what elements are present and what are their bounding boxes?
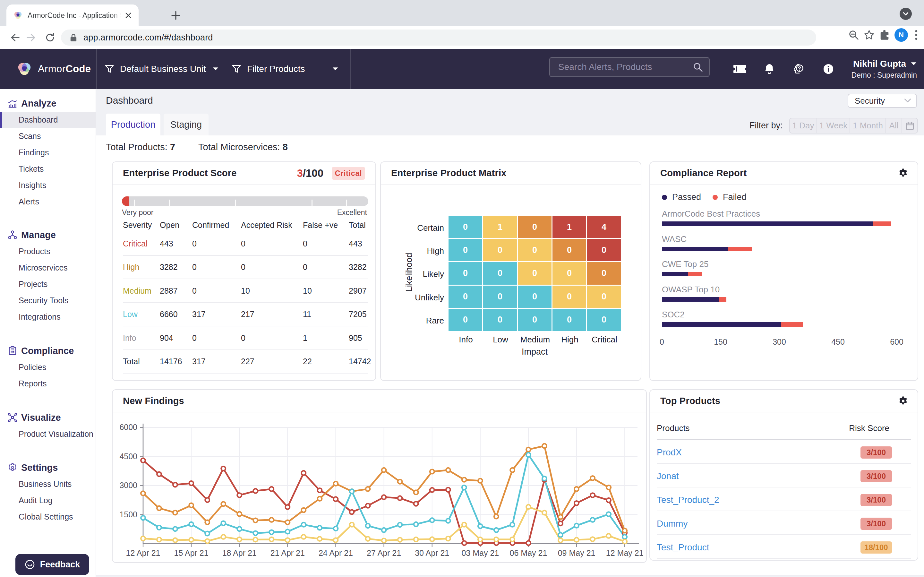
passed-bar[interactable] [662, 322, 781, 327]
data-point[interactable] [558, 538, 563, 543]
data-point[interactable] [494, 528, 499, 532]
data-point[interactable] [558, 515, 563, 519]
matrix-cell[interactable]: 0 [483, 285, 517, 308]
data-point[interactable] [590, 476, 595, 480]
data-point[interactable] [221, 535, 225, 539]
data-point[interactable] [269, 530, 274, 535]
data-point[interactable] [574, 501, 579, 505]
matrix-cell[interactable]: 0 [552, 285, 586, 308]
data-point[interactable] [269, 487, 274, 491]
data-point[interactable] [334, 526, 338, 531]
matrix-cell[interactable]: 0 [483, 239, 517, 261]
data-point[interactable] [510, 468, 515, 472]
data-point[interactable] [558, 533, 563, 537]
data-point[interactable] [221, 466, 225, 471]
matrix-cell[interactable]: 0 [483, 309, 517, 331]
forward-icon[interactable] [23, 29, 41, 47]
data-point[interactable] [526, 453, 531, 457]
sidebar-item-microservices[interactable]: Microservices [0, 259, 96, 276]
data-point[interactable] [318, 525, 322, 530]
data-point[interactable] [173, 538, 177, 542]
reload-icon[interactable] [41, 29, 59, 47]
data-point[interactable] [157, 472, 161, 477]
data-point[interactable] [606, 533, 611, 538]
passed-bar[interactable] [662, 247, 728, 251]
sidebar-item-integrations[interactable]: Integrations [0, 309, 96, 325]
data-point[interactable] [590, 517, 595, 522]
data-point[interactable] [398, 523, 402, 527]
data-point[interactable] [141, 491, 145, 495]
filter-products-select[interactable]: Filter Products [232, 49, 338, 89]
calendar-icon[interactable] [901, 118, 917, 133]
data-point[interactable] [398, 479, 402, 484]
failed-bar[interactable] [728, 247, 752, 251]
sidebar-item-product-visualization[interactable]: Product Visualization [0, 426, 96, 442]
sidebar-item-policies[interactable]: Policies [0, 359, 96, 376]
zoom-icon[interactable] [848, 29, 859, 40]
data-point[interactable] [574, 524, 579, 528]
passed-bar[interactable] [662, 297, 719, 301]
data-point[interactable] [446, 468, 451, 472]
matrix-cell[interactable]: 0 [587, 239, 621, 261]
sidebar-item-global-settings[interactable]: Global Settings [0, 509, 96, 525]
data-point[interactable] [302, 508, 306, 513]
data-point[interactable] [366, 487, 370, 491]
filter-all[interactable]: All [885, 118, 901, 133]
data-point[interactable] [318, 488, 322, 493]
data-point[interactable] [189, 481, 193, 485]
failed-bar[interactable] [873, 221, 891, 226]
data-point[interactable] [574, 487, 579, 491]
data-point[interactable] [494, 537, 499, 542]
matrix-cell[interactable]: 0 [552, 309, 586, 331]
data-point[interactable] [157, 538, 161, 542]
data-point[interactable] [414, 490, 419, 495]
data-point[interactable] [221, 502, 225, 506]
user-menu[interactable]: Nikhil Gupta Demo : Superadmin [851, 49, 917, 89]
data-point[interactable] [205, 532, 209, 536]
data-point[interactable] [382, 495, 386, 499]
failed-bar[interactable] [719, 297, 726, 301]
browser-menu-icon[interactable] [913, 30, 920, 40]
data-point[interactable] [221, 521, 225, 525]
matrix-cell[interactable]: 0 [449, 262, 482, 284]
data-point[interactable] [205, 520, 209, 525]
sidebar-item-security-tools[interactable]: Security Tools [0, 292, 96, 309]
matrix-cell[interactable]: 0 [518, 239, 552, 261]
ticket-icon[interactable] [730, 49, 750, 89]
matrix-cell[interactable]: 0 [449, 309, 482, 331]
sidebar-item-reports[interactable]: Reports [0, 376, 96, 392]
data-point[interactable] [253, 538, 258, 542]
data-point[interactable] [622, 535, 627, 539]
passed-bar[interactable] [662, 221, 873, 226]
data-point[interactable] [269, 537, 274, 542]
product-link[interactable]: ProdX [657, 447, 682, 458]
data-point[interactable] [574, 538, 579, 542]
data-point[interactable] [398, 496, 402, 500]
data-point[interactable] [446, 487, 451, 492]
data-point[interactable] [478, 537, 483, 542]
data-point[interactable] [302, 535, 306, 539]
data-point[interactable] [237, 527, 241, 531]
sidebar-item-products[interactable]: Products [0, 243, 96, 259]
data-point[interactable] [590, 537, 595, 542]
tab-close-icon[interactable] [123, 10, 134, 21]
data-point[interactable] [318, 496, 322, 501]
data-point[interactable] [430, 518, 435, 522]
data-point[interactable] [253, 489, 258, 493]
data-point[interactable] [269, 517, 274, 522]
data-point[interactable] [430, 488, 435, 492]
matrix-cell[interactable]: 1 [483, 216, 517, 238]
data-point[interactable] [334, 538, 338, 542]
data-point[interactable] [446, 519, 451, 523]
matrix-cell[interactable]: 0 [552, 239, 586, 261]
sidebar-item-alerts[interactable]: Alerts [0, 193, 96, 210]
data-point[interactable] [334, 481, 338, 486]
data-point[interactable] [350, 510, 354, 514]
matrix-cell[interactable]: 0 [518, 285, 552, 308]
data-point[interactable] [173, 527, 177, 531]
matrix-cell[interactable]: 0 [449, 216, 482, 238]
notifications-bell-icon[interactable] [760, 49, 779, 89]
browser-tab[interactable]: ArmorCode Inc - Application Se [6, 5, 138, 26]
bookmark-star-icon[interactable] [864, 29, 874, 40]
data-point[interactable] [189, 538, 193, 542]
